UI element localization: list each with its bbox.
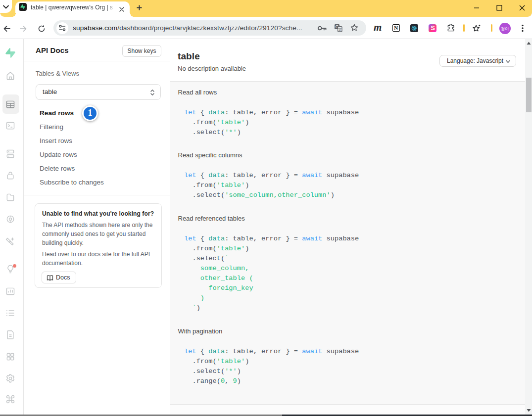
svg-text:文: 文 [338, 27, 342, 32]
